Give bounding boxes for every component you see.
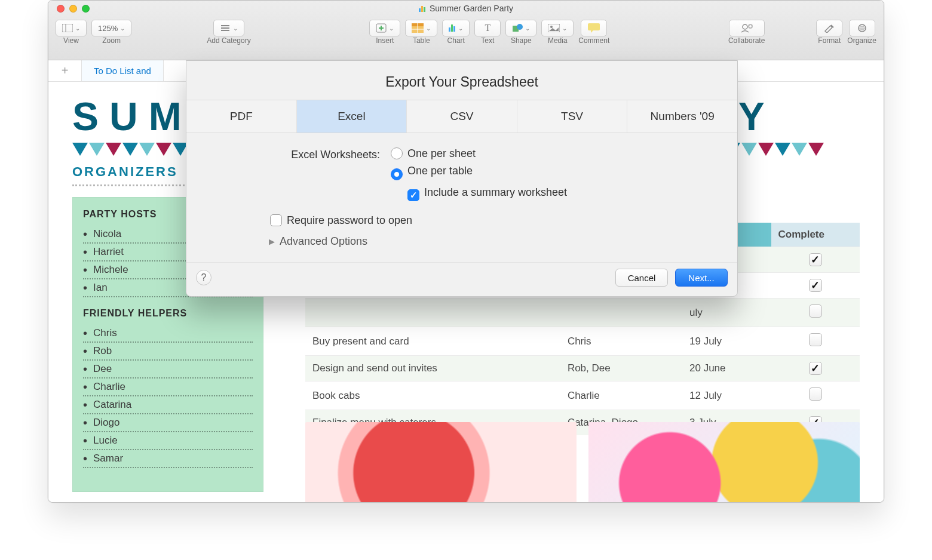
helpers-list: ChrisRobDeeCharlieCatarinaDiogoLucieSama…: [83, 325, 253, 468]
cancel-button[interactable]: Cancel: [615, 269, 668, 287]
comment-icon: [588, 23, 600, 33]
radio-label: One per table: [407, 165, 473, 177]
bunting-flag: [122, 143, 138, 156]
text-icon: T: [485, 23, 490, 33]
media-button[interactable]: ⌄: [541, 20, 574, 36]
complete-checkbox[interactable]: [809, 279, 822, 292]
image-row: [305, 422, 860, 503]
next-button[interactable]: Next...: [675, 269, 728, 287]
sheet-tab[interactable]: To Do List and: [82, 60, 164, 81]
format-tabs: PDFExcelCSVTSVNumbers '09: [186, 100, 737, 133]
complete-cell: [771, 356, 860, 381]
collaborate-icon: [740, 23, 753, 33]
task-cell: Book cabs: [305, 381, 560, 410]
list-item: Diogo: [83, 414, 253, 432]
complete-cell: [771, 299, 860, 327]
titlebar: Summer Garden Party ⌄ View 125% ⌄: [48, 1, 884, 60]
list-item: Rob: [83, 343, 253, 361]
radio-one-per-sheet[interactable]: One per sheet: [391, 147, 567, 160]
add-category-label: Add Category: [207, 36, 250, 45]
bunting-flag: [775, 143, 790, 156]
media-icon: [548, 24, 560, 32]
image-placeholder[interactable]: [305, 422, 577, 503]
list-item: Lucie: [83, 432, 253, 450]
comment-label: Comment: [578, 36, 609, 45]
zoom-value: 125%: [98, 24, 118, 33]
organize-icon: [857, 23, 867, 33]
format-button[interactable]: [816, 20, 842, 36]
advanced-options-label: Advanced Options: [280, 235, 367, 248]
add-sheet-button[interactable]: +: [48, 60, 82, 81]
svg-point-15: [550, 26, 553, 28]
complete-checkbox[interactable]: [809, 362, 822, 375]
bunting-flag: [792, 143, 807, 156]
table-row[interactable]: Buy present and cardChris19 July: [305, 327, 860, 356]
table-row[interactable]: Design and send out invitesRob, Dee20 Ju…: [305, 356, 860, 381]
format-tab-pdf[interactable]: PDF: [186, 100, 297, 133]
radio-one-per-table[interactable]: One per table: [391, 165, 567, 180]
bunting-flag: [106, 143, 121, 156]
shape-button[interactable]: ⌄: [505, 20, 536, 36]
svg-rect-16: [588, 23, 600, 30]
bunting-flag: [741, 143, 757, 156]
complete-cell: [771, 247, 860, 273]
table-row[interactable]: Book cabsCharlie12 July: [305, 381, 860, 410]
document-icon: [419, 5, 426, 12]
advanced-options-toggle[interactable]: ▶ Advanced Options: [201, 227, 723, 256]
media-label: Media: [548, 36, 568, 45]
checkbox-label: Include a summary worksheet: [424, 186, 567, 198]
deadline-cell: 20 June: [682, 356, 771, 381]
bunting-flag: [89, 143, 105, 156]
button-label: Cancel: [628, 273, 656, 283]
shape-icon: [512, 23, 523, 33]
radio-icon: [391, 168, 403, 180]
complete-header: Complete: [778, 229, 824, 240]
view-button[interactable]: ⌄: [56, 20, 87, 36]
insert-label: Insert: [376, 36, 394, 45]
insert-button[interactable]: ⌄: [369, 20, 400, 36]
complete-cell: [771, 381, 860, 410]
chart-label: Chart: [447, 36, 465, 45]
zoom-button[interactable]: 125% ⌄: [91, 20, 131, 36]
radio-icon: [391, 147, 403, 159]
bunting-flag: [139, 143, 155, 156]
comment-button[interactable]: [581, 20, 607, 36]
export-dialog: Export Your Spreadsheet PDFExcelCSVTSVNu…: [186, 60, 738, 297]
deadline-cell: uly: [682, 299, 771, 327]
format-tab-tsv[interactable]: TSV: [517, 100, 628, 133]
chart-button[interactable]: ⌄: [442, 20, 470, 36]
deadline-cell: 19 July: [682, 327, 771, 356]
text-button[interactable]: T: [474, 20, 501, 36]
bunting-flag: [758, 143, 774, 156]
image-placeholder[interactable]: [588, 422, 860, 503]
checkbox-icon: [407, 189, 419, 201]
collaborate-button[interactable]: [729, 20, 765, 36]
organize-button[interactable]: [849, 20, 875, 36]
password-checkbox[interactable]: Require password to open: [201, 214, 723, 227]
complete-checkbox[interactable]: [809, 387, 822, 401]
button-label: Next...: [688, 273, 714, 283]
format-tab-excel[interactable]: Excel: [297, 100, 407, 133]
checkbox-icon: [270, 214, 282, 226]
who-cell: Chris: [560, 327, 682, 356]
format-tab-csv[interactable]: CSV: [407, 100, 517, 133]
who-cell: Charlie: [560, 381, 682, 410]
complete-checkbox[interactable]: [809, 304, 822, 318]
format-tab-numbers09[interactable]: Numbers '09: [627, 100, 737, 133]
disclosure-triangle-icon: ▶: [269, 237, 275, 246]
worksheets-label: Excel Worksheets:: [201, 147, 380, 161]
task-cell: [305, 299, 560, 327]
complete-checkbox[interactable]: [809, 333, 822, 346]
table-row[interactable]: uly: [305, 299, 860, 327]
complete-checkbox[interactable]: [809, 253, 822, 266]
app-window: Summer Garden Party ⌄ View 125% ⌄: [48, 0, 884, 503]
add-category-button[interactable]: ⌄: [213, 20, 244, 36]
bunting-flag: [808, 143, 824, 156]
format-label: Format: [818, 36, 841, 45]
who-cell: [560, 299, 682, 327]
task-cell: Buy present and card: [305, 327, 560, 356]
summary-checkbox[interactable]: Include a summary worksheet: [407, 186, 567, 201]
table-button[interactable]: ⌄: [405, 20, 437, 36]
help-button[interactable]: ?: [196, 270, 211, 285]
dialog-body: Excel Worksheets: One per sheet One per …: [186, 133, 737, 262]
